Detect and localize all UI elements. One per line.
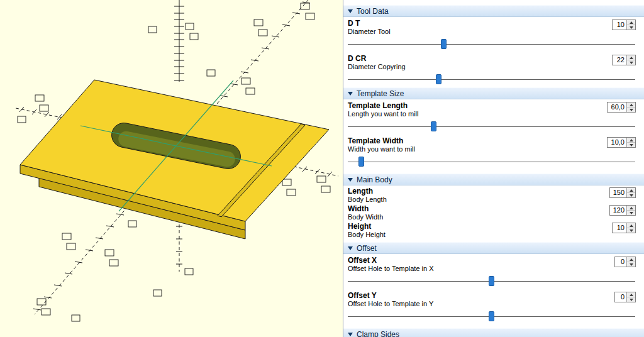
- param-d-t: D T Diameter Tool 10: [343, 17, 644, 52]
- customizer-panel: Tool Data D T Diameter Tool 10 D CR Diam…: [343, 0, 644, 337]
- slider-track[interactable]: [348, 79, 635, 80]
- section-title: Clamp Sides: [357, 330, 399, 337]
- offset-y-slider[interactable]: [348, 310, 635, 324]
- section-title: Template Size: [357, 89, 404, 98]
- slider-handle[interactable]: [358, 157, 364, 167]
- spin-down-icon[interactable]: [627, 211, 635, 215]
- spinbox-value[interactable]: 22: [613, 55, 626, 65]
- slider-handle[interactable]: [431, 121, 436, 131]
- spin-up-icon[interactable]: [627, 292, 635, 297]
- spin-down-icon[interactable]: [627, 193, 635, 197]
- slider-handle[interactable]: [441, 39, 447, 49]
- template-length-spinbox[interactable]: 60,0: [607, 102, 636, 113]
- param-description: Body Width: [348, 213, 635, 221]
- height-spinbox[interactable]: 10: [612, 223, 636, 233]
- spinbox-buttons: [626, 257, 635, 267]
- spin-down-icon[interactable]: [627, 108, 635, 112]
- param-description: Diameter Tool: [348, 28, 635, 35]
- spinbox-buttons: [626, 55, 635, 65]
- slider-handle[interactable]: [489, 276, 494, 286]
- param-length: Length Body Length 150: [343, 185, 644, 203]
- slider-handle[interactable]: [436, 74, 441, 84]
- template-width-spinbox[interactable]: 10,0: [607, 137, 636, 148]
- param-offset-y: Offset Y Offset Hole to Template in Y 0: [343, 289, 644, 324]
- spinbox-value[interactable]: 0: [615, 292, 626, 302]
- section-header-tool-data[interactable]: Tool Data: [343, 5, 644, 17]
- param-description: Offset Hole to Template in X: [348, 265, 635, 272]
- param-offset-x: Offset X Offset Hole to Template in X 0: [343, 254, 644, 289]
- param-description: Body Height: [348, 231, 635, 238]
- spin-down-icon[interactable]: [627, 143, 635, 147]
- template-length-slider[interactable]: [348, 120, 635, 134]
- param-description: Length you want to mill: [348, 110, 635, 118]
- spin-up-icon[interactable]: [627, 206, 635, 211]
- param-name: Template Width: [348, 137, 635, 145]
- spin-up-icon[interactable]: [627, 55, 635, 60]
- section-header-main-body[interactable]: Main Body: [343, 174, 644, 185]
- param-name: Template Length: [348, 102, 635, 110]
- param-name: Offset Y: [348, 292, 635, 300]
- d-cr-slider[interactable]: [348, 73, 635, 87]
- length-spinbox[interactable]: 150: [609, 187, 636, 198]
- 3d-viewport[interactable]: [0, 0, 343, 337]
- spinbox-value[interactable]: 10: [613, 20, 626, 30]
- d-t-slider[interactable]: [348, 38, 635, 52]
- spin-down-icon[interactable]: [627, 60, 635, 65]
- param-template-width: Template Width Width you want to mill 10…: [343, 135, 644, 170]
- spinbox-buttons: [626, 223, 635, 233]
- spin-up-icon[interactable]: [627, 223, 635, 228]
- spinbox-value[interactable]: 10: [613, 223, 626, 233]
- spinbox-buttons: [626, 292, 635, 302]
- param-name: Offset X: [348, 257, 635, 265]
- param-template-length: Template Length Length you want to mill …: [343, 99, 644, 135]
- collapse-down-icon: [348, 178, 353, 182]
- spinbox-buttons: [626, 20, 635, 30]
- spin-down-icon[interactable]: [627, 25, 635, 30]
- spin-up-icon[interactable]: [627, 20, 635, 25]
- param-description: Width you want to mill: [348, 145, 635, 153]
- spin-up-icon[interactable]: [627, 257, 635, 262]
- d-t-spinbox[interactable]: 10: [612, 19, 636, 30]
- slider-track[interactable]: [348, 126, 635, 127]
- width-spinbox[interactable]: 120: [609, 205, 636, 216]
- offset-y-spinbox[interactable]: 0: [614, 292, 636, 302]
- section-header-template-size[interactable]: Template Size: [343, 87, 644, 99]
- collapse-down-icon: [348, 9, 353, 13]
- section-title: Main Body: [357, 175, 392, 184]
- slider-track[interactable]: [348, 44, 635, 45]
- slider-handle[interactable]: [489, 311, 494, 321]
- section-header-clamp-sides[interactable]: Clamp Sides: [343, 328, 644, 337]
- spinbox-value[interactable]: 120: [610, 206, 626, 215]
- param-name: Width: [348, 205, 635, 213]
- spin-down-icon[interactable]: [627, 297, 635, 302]
- spin-up-icon[interactable]: [627, 102, 635, 108]
- spinbox-buttons: [626, 188, 635, 197]
- param-description: Body Length: [348, 196, 635, 203]
- section-header-offset[interactable]: Offset: [343, 242, 644, 254]
- collapse-down-icon: [348, 92, 353, 96]
- spinbox-buttons: [626, 138, 635, 147]
- template-width-slider[interactable]: [348, 155, 635, 169]
- spin-up-icon[interactable]: [627, 138, 635, 143]
- spinbox-value[interactable]: 10,0: [608, 138, 626, 147]
- param-name: D T: [348, 19, 635, 28]
- section-title: Offset: [357, 244, 377, 253]
- spinbox-buttons: [626, 206, 635, 215]
- spinbox-value[interactable]: 150: [610, 188, 626, 197]
- spinbox-value[interactable]: 60,0: [608, 102, 626, 112]
- spin-up-icon[interactable]: [627, 188, 635, 193]
- param-name: Length: [348, 187, 635, 196]
- param-name: D CR: [348, 55, 635, 63]
- offset-x-slider[interactable]: [348, 275, 635, 289]
- section-title: Tool Data: [357, 7, 389, 16]
- d-cr-spinbox[interactable]: 22: [612, 55, 636, 65]
- spin-down-icon[interactable]: [627, 228, 635, 233]
- slider-track[interactable]: [348, 162, 635, 162]
- panel-top-spacer: [343, 0, 644, 5]
- offset-x-spinbox[interactable]: 0: [614, 257, 636, 267]
- param-height: Height Body Height 10: [343, 221, 644, 238]
- spinbox-value[interactable]: 0: [615, 257, 626, 267]
- param-width: Width Body Width 120: [343, 203, 644, 221]
- param-name: Height: [348, 223, 635, 231]
- spin-down-icon[interactable]: [627, 262, 635, 267]
